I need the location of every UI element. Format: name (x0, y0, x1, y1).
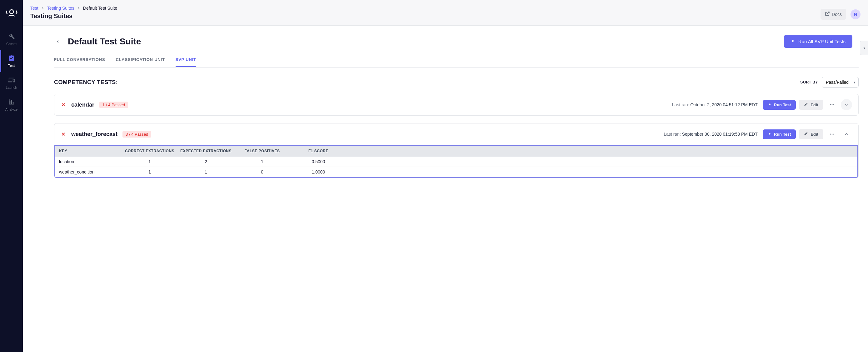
table-row: location 1 2 1 0.5000 (55, 156, 857, 167)
more-button[interactable] (827, 128, 838, 140)
export-icon (825, 11, 830, 17)
run-all-label: Run All SVP Unit Tests (798, 39, 845, 44)
table-row: weather_condition 1 1 0 1.0000 (55, 167, 857, 177)
app-logo (5, 6, 18, 19)
col-correct: CORRECT EXTRACTIONS (122, 149, 178, 153)
play-icon (791, 39, 795, 44)
docs-label: Docs (832, 12, 842, 17)
test-card-weather-forecast: weather_forecast 3 / 4 Passed Last ran: … (54, 123, 859, 178)
wrench-icon (8, 32, 15, 40)
fail-icon (61, 131, 66, 137)
svg-point-2 (832, 105, 833, 105)
svg-point-6 (833, 134, 834, 135)
docs-button[interactable]: Docs (820, 9, 846, 20)
nav-label: Launch (6, 86, 17, 89)
clipboard-check-icon (8, 54, 15, 62)
breadcrumb-current: Default Test Suite (83, 6, 117, 11)
svg-point-0 (9, 10, 13, 13)
sidebar: Create Test Launch Analyze (0, 0, 23, 352)
edit-button[interactable]: Edit (799, 129, 823, 139)
cell-correct: 1 (122, 159, 178, 164)
col-fp: FALSE POSITIVES (234, 149, 290, 153)
section-title: COMPETENCY TESTS: (54, 79, 118, 86)
play-icon (768, 132, 771, 137)
nav-label: Analyze (5, 108, 18, 111)
chevron-right-icon (77, 6, 81, 10)
test-name: calendar (71, 101, 94, 108)
nav-label: Create (6, 42, 17, 46)
col-key: KEY (59, 149, 122, 153)
header: Test Testing Suites Default Test Suite T… (23, 0, 868, 26)
cell-expected: 1 (178, 170, 234, 174)
back-button[interactable] (54, 38, 62, 45)
tab-classification-unit[interactable]: CLASSIFICATION UNIT (116, 57, 165, 67)
devices-icon (8, 76, 15, 84)
run-test-button[interactable]: Run Test (763, 129, 796, 139)
table-header-row: KEY CORRECT EXTRACTIONS EXPECTED EXTRACT… (55, 146, 857, 156)
more-button[interactable] (827, 99, 838, 110)
cell-f1: 0.5000 (290, 159, 346, 164)
svg-point-3 (833, 105, 834, 105)
page-title: Default Test Suite (68, 36, 141, 47)
tab-full-conversations[interactable]: FULL CONVERSATIONS (54, 57, 105, 67)
collapse-button[interactable] (841, 128, 852, 140)
svg-point-1 (830, 105, 831, 105)
pencil-icon (804, 102, 808, 107)
cell-expected: 2 (178, 159, 234, 164)
avatar[interactable]: N (850, 9, 861, 19)
last-ran: Last ran: September 30, 2020 01:19:53 PM… (664, 131, 757, 137)
cell-key: location (59, 159, 122, 164)
test-name: weather_forecast (71, 131, 118, 138)
run-test-button[interactable]: Run Test (763, 100, 796, 110)
nav-item-create[interactable]: Create (0, 28, 23, 50)
play-icon (768, 102, 771, 107)
last-ran: Last ran: October 2, 2020 04:51:12 PM ED… (672, 102, 758, 107)
edit-button[interactable]: Edit (799, 100, 823, 110)
cell-fp: 0 (234, 170, 290, 174)
sort-select[interactable]: Pass/Failed (822, 77, 859, 88)
status-badge: 3 / 4 Passed (122, 131, 151, 138)
results-table: KEY CORRECT EXTRACTIONS EXPECTED EXTRACT… (54, 145, 858, 178)
sort-label: SORT BY (800, 80, 818, 84)
cell-key: weather_condition (59, 170, 122, 174)
breadcrumb: Test Testing Suites Default Test Suite (30, 6, 861, 11)
pencil-icon (804, 131, 808, 137)
expand-button[interactable] (841, 99, 852, 110)
nav-item-test[interactable]: Test (0, 50, 23, 72)
status-badge: 1 / 4 Passed (99, 101, 128, 108)
breadcrumb-link-suites[interactable]: Testing Suites (47, 6, 74, 11)
col-expected: EXPECTED EXTRACTIONS (178, 149, 234, 153)
cell-fp: 1 (234, 159, 290, 164)
main-content: Test Testing Suites Default Test Suite T… (23, 0, 868, 352)
cell-correct: 1 (122, 170, 178, 174)
nav-label: Test (8, 64, 15, 67)
bar-chart-icon (8, 98, 15, 106)
cell-f1: 1.0000 (290, 170, 346, 174)
run-all-button[interactable]: Run All SVP Unit Tests (784, 35, 852, 48)
test-card-calendar: calendar 1 / 4 Passed Last ran: October … (54, 94, 859, 116)
header-title: Testing Suites (30, 12, 861, 25)
svg-point-5 (832, 134, 833, 135)
breadcrumb-link-test[interactable]: Test (30, 6, 38, 11)
fail-icon (61, 102, 66, 108)
chevron-right-icon (41, 6, 45, 10)
nav-item-analyze[interactable]: Analyze (0, 94, 23, 116)
nav-item-launch[interactable]: Launch (0, 72, 23, 94)
svg-point-4 (830, 134, 831, 135)
col-f1: F1 SCORE (290, 149, 346, 153)
tabs: FULL CONVERSATIONS CLASSIFICATION UNIT S… (54, 57, 859, 67)
tab-svp-unit[interactable]: SVP UNIT (176, 57, 196, 67)
